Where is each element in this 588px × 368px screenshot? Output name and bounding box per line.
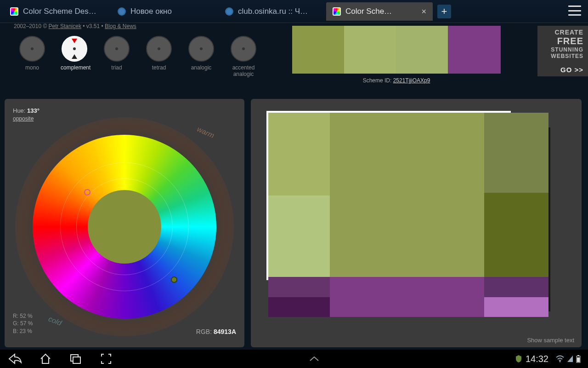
signal-icon <box>567 355 573 362</box>
scheme-triad[interactable]: triad <box>103 36 130 77</box>
globe-icon <box>225 7 233 16</box>
preview-block <box>484 113 548 193</box>
scheme-label: tetrad <box>145 64 173 71</box>
swatch-3[interactable] <box>396 26 448 74</box>
ad-go: GO >> <box>542 66 583 74</box>
ad-box[interactable]: CREATE FREE STUNNING WEBSITES GO >> <box>537 26 588 76</box>
preview-block <box>330 277 484 317</box>
scheme-tetrad[interactable]: tetrad <box>145 36 173 77</box>
clock-time: 14:32 <box>526 354 548 364</box>
browser-tabs-bar: Color Scheme Des… Новое окно club.osinka… <box>0 0 588 23</box>
svg-point-2 <box>560 361 561 362</box>
back-icon[interactable] <box>7 351 23 367</box>
hue-prefix: Hue: <box>13 107 27 114</box>
color-icon <box>10 7 18 16</box>
android-navbar: 14:32 <box>0 350 588 368</box>
tab-3-active[interactable]: Color Sche… × <box>326 2 433 21</box>
status-icons: 14:32 <box>514 354 581 364</box>
preview-block <box>268 196 330 277</box>
tab-1[interactable]: Новое окно <box>111 2 218 21</box>
rgb-r: R: 52 % <box>13 312 33 320</box>
preview-block <box>268 277 330 297</box>
dot: • <box>102 23 105 29</box>
tab-label: club.osinka.ru :: Ч… <box>238 7 319 16</box>
scheme-label: complement <box>61 64 88 71</box>
preview-panel: Show sample text <box>251 99 582 347</box>
warm-label: warm <box>196 125 215 140</box>
ad-line: WEBSITES <box>542 53 583 59</box>
screenshot-icon[interactable] <box>98 351 114 367</box>
preview-block <box>484 297 548 317</box>
shield-icon <box>514 355 523 363</box>
tab-0[interactable]: Color Scheme Des… <box>4 2 110 21</box>
scheme-complement[interactable]: complement <box>61 36 88 77</box>
color-icon <box>333 7 341 16</box>
chevron-up-icon[interactable] <box>306 351 322 367</box>
ad-line: CREATE <box>542 29 583 36</box>
tab-label: Новое окно <box>130 7 211 16</box>
wifi-icon <box>556 355 564 362</box>
swatch-2[interactable] <box>344 26 396 74</box>
rgb-prefix: RGB: <box>196 328 214 335</box>
show-sample-text-link[interactable]: Show sample text <box>527 337 574 344</box>
rgb-b: B: 23 % <box>13 328 33 335</box>
rgb-g: G: 57 % <box>13 320 33 328</box>
new-tab-button[interactable]: + <box>437 5 451 18</box>
author-link[interactable]: Petr Stanicek <box>49 23 81 29</box>
scheme-label: accented analogic <box>230 64 257 77</box>
preview-block <box>330 113 484 277</box>
rgb-hex: RGB: 84913A <box>196 328 236 335</box>
wheel-handle-secondary[interactable] <box>84 189 90 196</box>
scheme-label: analogic <box>187 64 215 71</box>
rgb-percent: R: 52 % G: 57 % B: 23 % <box>13 312 33 335</box>
scheme-mono[interactable]: mono <box>18 36 46 77</box>
battery-icon <box>576 355 581 363</box>
version: v3.51 <box>86 23 100 29</box>
wheel-center <box>88 190 161 264</box>
wheel-handle-primary[interactable] <box>171 276 177 283</box>
rgb-value: 84913A <box>214 328 236 335</box>
page-content: 2002–2010 © Petr Stanicek • v3.51 • Blog… <box>0 23 588 350</box>
swatch-4[interactable] <box>448 26 501 74</box>
ad-line: FREE <box>542 36 583 46</box>
scheme-id-link[interactable]: 2521TjjiOAXp9 <box>393 77 430 84</box>
svg-rect-1 <box>73 357 80 363</box>
svg-rect-5 <box>577 357 580 362</box>
years: 2002–2010 © <box>14 23 47 29</box>
scheme-label: mono <box>18 64 46 71</box>
scheme-accented-analogic[interactable]: accented analogic <box>230 36 257 77</box>
menu-icon[interactable] <box>568 6 581 16</box>
scheme-preview[interactable] <box>268 113 553 317</box>
preview-block <box>268 113 330 196</box>
scheme-swatches: Scheme ID: 2521TjjiOAXp9 <box>292 26 501 84</box>
close-icon[interactable]: × <box>421 7 426 16</box>
color-wheel-panel: Hue: 133° opposite warm cold R: 52 % G: … <box>5 99 244 347</box>
scheme-label: triad <box>103 64 130 71</box>
swatch-1[interactable] <box>292 26 344 74</box>
dot: • <box>83 23 86 29</box>
home-icon[interactable] <box>38 351 53 367</box>
cold-label: cold <box>47 315 63 328</box>
tab-label: Color Scheme Des… <box>23 7 104 16</box>
scheme-id: Scheme ID: 2521TjjiOAXp9 <box>292 77 501 84</box>
blog-link[interactable]: Blog & News <box>105 23 136 29</box>
ad-line: STUNNING <box>542 46 583 53</box>
wheel-container: warm cold <box>26 128 223 325</box>
tab-label: Color Sche… <box>345 7 418 16</box>
svg-rect-4 <box>577 355 579 356</box>
globe-icon <box>118 7 126 16</box>
recents-icon[interactable] <box>68 351 84 367</box>
scheme-analogic[interactable]: analogic <box>187 36 215 77</box>
hue-value: 133° <box>27 107 40 114</box>
preview-block <box>484 277 548 297</box>
preview-block <box>484 193 548 277</box>
color-wheel[interactable] <box>33 135 216 319</box>
scheme-id-prefix: Scheme ID: <box>363 77 393 84</box>
preview-block <box>268 297 330 317</box>
tab-2[interactable]: club.osinka.ru :: Ч… <box>219 2 325 21</box>
